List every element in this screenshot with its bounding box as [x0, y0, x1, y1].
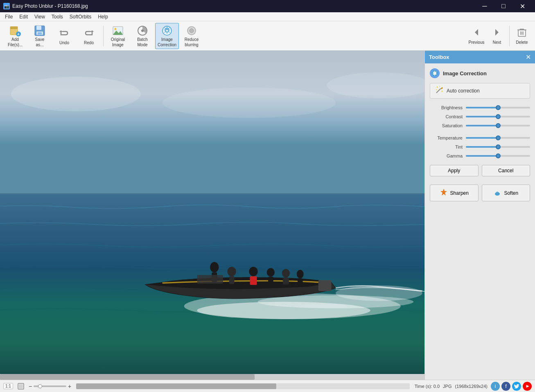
youtube-button[interactable] [523, 382, 532, 391]
add-file-button[interactable]: + Add File(s)... [3, 23, 27, 49]
gamma-thumb[interactable] [496, 153, 501, 158]
svg-rect-43 [268, 277, 273, 284]
svg-point-55 [442, 91, 443, 92]
gamma-row: Gamma [430, 153, 530, 158]
menu-edit[interactable]: Edit [16, 13, 31, 20]
brightness-row: Brightness [430, 105, 530, 110]
temperature-fill [466, 137, 498, 139]
menu-softorbits[interactable]: SoftOrbits [66, 13, 95, 20]
image-correction-label: Image [161, 37, 173, 42]
image-correction-label2: Correction [158, 43, 176, 47]
add-file-icon: + [9, 25, 22, 36]
redo-button[interactable]: Redo [77, 23, 101, 49]
brightness-label: Brightness [430, 105, 463, 110]
original-image-button[interactable]: Original Image [106, 23, 130, 49]
twitter-button[interactable] [512, 382, 521, 391]
h-scrollbar[interactable] [0, 374, 424, 380]
status-dimensions: (1968x1269x24) [455, 384, 488, 389]
svg-point-28 [11, 77, 141, 111]
toolbar: + Add File(s)... Save as... Undo [0, 21, 535, 51]
svg-point-17 [166, 29, 168, 32]
h-scrollbar-status[interactable] [76, 383, 409, 389]
contrast-row: Contrast [430, 114, 530, 119]
gamma-slider[interactable] [466, 155, 530, 157]
menu-help[interactable]: Help [95, 13, 111, 20]
svg-marker-20 [475, 29, 478, 36]
tint-thumb[interactable] [496, 144, 501, 149]
temperature-slider[interactable] [466, 137, 530, 139]
previous-button[interactable]: Previous [467, 23, 486, 49]
tint-slider[interactable] [466, 146, 530, 148]
tint-label: Tint [430, 144, 463, 149]
maximize-button[interactable]: □ [494, 0, 513, 12]
menu-file[interactable]: File [2, 13, 16, 20]
batch-mode-label: Batch [137, 37, 148, 42]
save-as-label2: as... [36, 43, 44, 47]
brightness-slider[interactable] [466, 107, 530, 108]
toolbox-panel: Toolbox ✕ Image Correction [424, 51, 535, 380]
svg-point-54 [437, 87, 438, 88]
photo-display [0, 51, 424, 380]
toolbox-header: Toolbox ✕ [425, 51, 535, 63]
contrast-thumb[interactable] [496, 114, 501, 119]
brightness-thumb[interactable] [496, 105, 501, 110]
auto-correction-button[interactable]: Auto correction [430, 83, 530, 99]
apply-button[interactable]: Apply [430, 165, 479, 176]
svg-point-36 [210, 262, 219, 272]
batch-mode-button[interactable]: Batch Mode [131, 23, 154, 49]
canvas-area[interactable] [0, 51, 424, 380]
menu-view[interactable]: View [31, 13, 48, 20]
menu-tools[interactable]: Tools [48, 13, 66, 20]
zoom-minus-icon[interactable]: − [29, 383, 32, 390]
contrast-slider[interactable] [466, 116, 530, 117]
h-scrollbar-thumb[interactable] [0, 374, 255, 380]
svg-point-40 [249, 267, 257, 276]
svg-point-38 [228, 267, 236, 276]
temperature-row: Temperature [430, 135, 530, 140]
next-button[interactable]: Next [487, 23, 507, 49]
saturation-thumb[interactable] [496, 123, 501, 128]
zoom-slider[interactable]: − + [29, 383, 71, 390]
delete-button[interactable]: Delete [512, 23, 532, 49]
tint-fill [466, 146, 498, 148]
gamma-label: Gamma [430, 153, 463, 158]
save-icon [33, 25, 46, 36]
svg-point-42 [267, 268, 275, 277]
zoom-slider-track[interactable] [34, 385, 66, 387]
action-buttons: Apply Cancel [430, 165, 530, 176]
contrast-label: Contrast [430, 114, 463, 119]
cancel-button[interactable]: Cancel [482, 165, 530, 176]
next-icon [492, 27, 502, 39]
sharpen-soften-row: Sharpen Soften [430, 185, 530, 201]
title-bar-controls: ─ □ ✕ [475, 0, 532, 12]
next-label: Next [493, 40, 501, 45]
toolbox-close-button[interactable]: ✕ [526, 53, 531, 61]
time-value: 0.0 [433, 384, 440, 389]
reduce-blurring-button[interactable]: Reduce blurring [180, 23, 203, 49]
redo-icon [82, 27, 95, 40]
original-image-label2: Image [112, 43, 124, 47]
temperature-thumb[interactable] [496, 135, 501, 140]
separator-2 [509, 26, 510, 46]
image-correction-button[interactable]: Image Correction [155, 23, 179, 49]
sharpen-button[interactable]: Sharpen [430, 185, 479, 201]
facebook-button[interactable]: f [501, 382, 510, 391]
minimize-button[interactable]: ─ [475, 0, 494, 12]
soften-button[interactable]: Soften [482, 185, 530, 201]
info-button[interactable]: i [491, 382, 500, 391]
svg-point-29 [163, 88, 336, 118]
svg-marker-9 [90, 30, 94, 32]
toolbox-body: Image Correction Auto correction [425, 63, 535, 380]
redo-label: Redo [84, 41, 94, 45]
saturation-slider[interactable] [466, 125, 530, 126]
undo-button[interactable]: Undo [52, 23, 76, 49]
svg-rect-48 [318, 280, 332, 291]
close-button[interactable]: ✕ [513, 0, 532, 12]
zoom-plus-icon[interactable]: + [68, 383, 71, 390]
tool-section-icon [430, 68, 440, 78]
h-scrollbar-thumb-status[interactable] [76, 383, 276, 389]
title-bar-left: 📷 Easy Photo Unblur - P1160168.jpg [3, 3, 88, 9]
zoom-slider-thumb[interactable] [38, 384, 42, 388]
save-as-button[interactable]: Save as... [28, 23, 52, 49]
svg-rect-5 [36, 26, 41, 30]
